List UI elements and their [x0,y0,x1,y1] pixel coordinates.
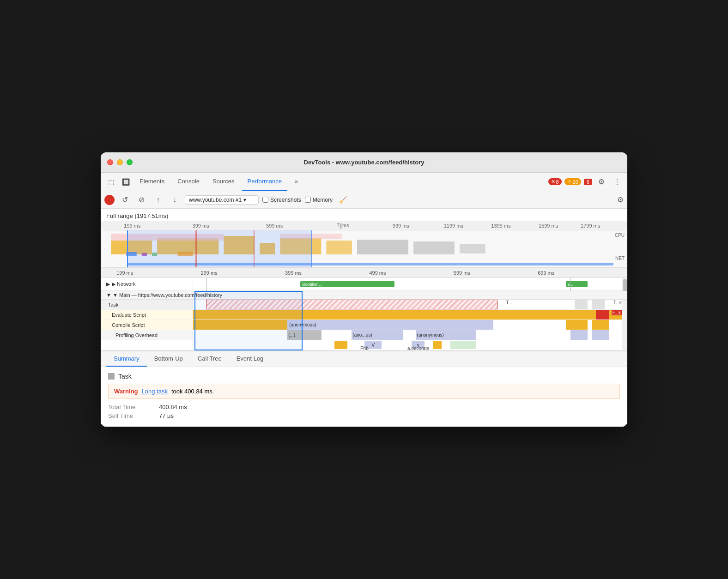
perf-toolbar: ↺ ⊘ ↑ ↓ www.youtube.com #1 ▾ Screenshots… [101,191,627,209]
maximize-button[interactable] [127,159,133,165]
inspect-button[interactable]: 🔲 [119,175,132,188]
self-time-value: 77 μs [159,412,174,419]
profiling-scrollbar [622,330,627,340]
profiling-row[interactable]: Profiling Overhead (...) (ano...us) (ano… [101,330,627,340]
download-button[interactable]: ↓ [168,193,181,206]
clear-button[interactable]: ⊘ [135,193,148,206]
capture-settings-button[interactable]: ⚙ [617,195,624,204]
compile-bar3[interactable] [592,320,609,330]
task-bar-right2[interactable] [592,300,605,309]
evaluate-bar2[interactable] [566,310,587,320]
warning-badge[interactable]: ⚠ 20 [564,178,581,185]
total-time-label: Total Time [108,404,150,410]
record-button[interactable] [104,195,115,205]
collect-garbage-button[interactable]: 🧹 [336,193,349,206]
detail-yellow2[interactable] [433,341,442,349]
tab-sources[interactable]: Sources [207,173,240,191]
network-expand-icon[interactable]: ▶ [106,281,110,287]
tab-bottom-up[interactable]: Bottom-Up [147,351,190,367]
main-expand-icon[interactable]: ▼ [106,292,111,298]
evaluate-label: Evaluate Script [101,310,193,320]
tab-event-log[interactable]: Event Log [229,351,271,367]
selected-range[interactable] [127,230,311,267]
network-label: ▶ ▶ Network [101,278,193,290]
tab-elements[interactable]: Elements [134,173,170,191]
profiling-bar1[interactable]: (...) [287,330,322,340]
profiling-bar5[interactable] [592,330,609,340]
tab-console[interactable]: Console [172,173,205,191]
tab-performance[interactable]: Performance [242,173,287,191]
long-task-link[interactable]: Long task [142,388,168,395]
svg-rect-6 [357,240,408,254]
compile-bar1[interactable] [193,320,287,330]
profiling-bar2[interactable]: (ano...us) [352,330,403,340]
detail-scrollbar [622,340,627,350]
ruler-tick-1199: 1199 ms [444,223,463,229]
main-flame-area: ▼ ▼ Main — https://www.youtube.com/feed/… [101,291,627,350]
ruler-b-699: 699 ms [538,270,554,276]
detail-green-bar[interactable] [450,341,476,349]
cursor-tool-button[interactable]: ⬚ [104,175,117,188]
warning-icon: ⚠ [567,179,572,185]
task-bar-right1[interactable] [575,300,588,309]
upload-button[interactable]: ↑ [152,193,164,206]
profiling-bar3[interactable]: (anonymous) [416,330,476,340]
error-icon: ✕ [551,179,555,185]
timeline-overview[interactable]: 199 ms 399 ms 599 ms 7‖ms 999 ms 1199 ms… [101,221,627,268]
network-section-row[interactable]: ▶ ▶ Network identifier ... e... [101,278,627,291]
more-options-button[interactable]: ⋮ [611,175,624,188]
minimize-button[interactable] [117,159,123,165]
reload-record-button[interactable]: ↺ [118,193,131,206]
scrollbar-v[interactable] [622,278,627,290]
task-color-box [108,373,115,380]
compile-scrollbar [622,320,627,330]
evaluate-script-row[interactable]: Evaluate Script F...k [101,310,627,320]
marker-left [127,230,127,267]
evaluate-bar[interactable] [193,310,515,320]
network-label-text: ▶ Network [112,281,135,287]
network-bar-identifier[interactable]: identifier ... [300,281,394,287]
info-badge[interactable]: 6 [584,179,592,185]
task-long-bar[interactable] [206,300,497,309]
network-bar-e[interactable]: e... [566,281,587,287]
tab-summary[interactable]: Summary [106,351,147,367]
settings-button[interactable]: ⚙ [595,175,608,188]
detail-row[interactable]: V v Phb a.decorate [101,340,627,350]
error-badge[interactable]: ✕ 8 [548,178,562,185]
task-row[interactable]: Task T... T...k [101,300,627,310]
dropdown-icon[interactable]: ▾ [243,197,246,203]
overview-canvas[interactable]: CPU NET [101,230,627,267]
url-selector[interactable]: www.youtube.com #1 ▾ [185,195,259,205]
ruler-b-299: 299 ms [201,270,218,276]
ruler-b-399: 399 ms [285,270,302,276]
warning-count: 20 [573,179,578,185]
evaluate-bar-red[interactable] [596,310,609,320]
task-title-text: Task [118,373,132,380]
screenshots-checkbox[interactable] [262,197,268,203]
warning-link[interactable]: Long task [142,388,168,395]
long-task-marker1 [195,230,197,267]
ruler-b-599: 599 ms [454,270,470,276]
window-title: DevTools - www.youtube.com/feed/history [304,159,425,166]
profiling-bar4[interactable] [570,330,588,340]
compile-script-row[interactable]: Compile Script (anonymous) [101,320,627,330]
title-bar: DevTools - www.youtube.com/feed/history [101,152,627,173]
detail-yellow1[interactable] [334,341,347,349]
self-time-label: Self Time [108,412,150,419]
tab-call-tree[interactable]: Call Tree [190,351,229,367]
task-tk-label: T...k [613,300,622,305]
memory-checkbox[interactable] [305,197,311,203]
screenshots-checkbox-group: Screenshots [262,197,301,203]
main-section-header: ▼ ▼ Main — https://www.youtube.com/feed/… [101,291,627,300]
profiling-label: Profiling Overhead [101,330,193,340]
screenshots-label: Screenshots [270,197,301,203]
ruler-tick-599: 599 ms [266,223,283,229]
tab-more[interactable]: » [289,173,303,191]
close-button[interactable] [107,159,113,165]
ruler-tick-700: 7‖ms [337,223,349,229]
timeline-ruler-bottom: 199 ms 299 ms 399 ms 499 ms 599 ms 699 m… [101,268,627,278]
compile-anon-bar[interactable]: (anonymous) [287,320,493,330]
bottom-tabs: Summary Bottom-Up Call Tree Event Log [101,351,627,367]
url-text: www.youtube.com #1 [189,197,242,203]
compile-bar2[interactable] [566,320,587,330]
